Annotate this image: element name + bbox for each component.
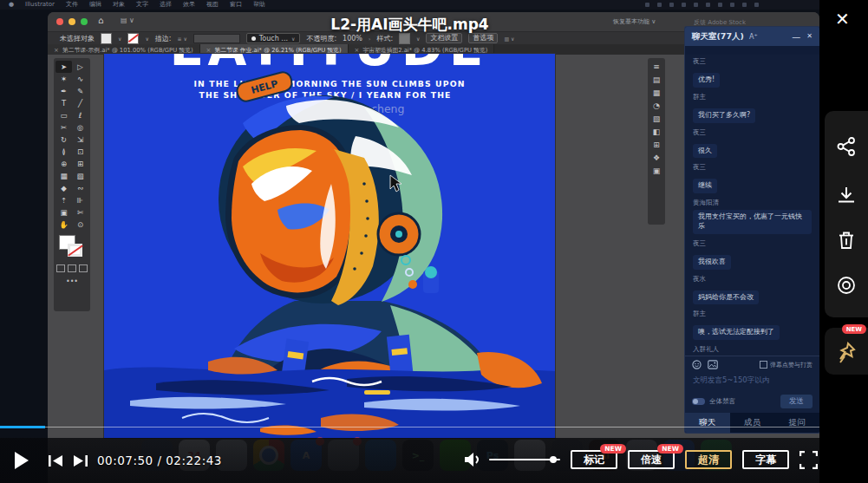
color-panel-icon[interactable]: ◔ — [653, 102, 660, 110]
free-transform-tool-icon[interactable]: ⊡ — [72, 146, 88, 158]
menu-item-9[interactable]: 窗口 — [230, 0, 242, 10]
artboards-panel-icon[interactable]: ▣ — [653, 167, 661, 175]
slice-tool-icon[interactable]: ✄ — [72, 206, 88, 219]
play-button[interactable] — [14, 451, 29, 470]
direct-selection-tool-icon[interactable]: ▷ — [72, 61, 88, 73]
selection-tool-icon[interactable]: ➤ — [55, 61, 72, 73]
pin-panel: NEW — [825, 328, 868, 375]
delete-icon[interactable] — [837, 231, 856, 250]
eyedropper-tool-icon[interactable]: ◆ — [55, 182, 72, 194]
lasso-tool-icon[interactable]: ∿ — [72, 73, 88, 85]
drawing-mode-buttons[interactable] — [54, 264, 90, 272]
stroke-weight-dropdown[interactable]: ≡ ∨ — [178, 36, 187, 42]
menu-item-1[interactable]: Illustrator — [25, 0, 55, 10]
graph-tool-icon[interactable]: ⊪ — [72, 194, 88, 206]
close-icon[interactable]: ✕ — [835, 10, 850, 28]
toolbar-more-icon[interactable]: ••• — [54, 277, 90, 285]
menu-item-8[interactable]: 视图 — [206, 0, 219, 10]
artwork-canvas[interactable]: LATITUDE IN THE LIGHT OF MORNING THE SUN… — [104, 54, 555, 438]
chat-message-6: 夜水妈妈给你是不会改 — [693, 275, 812, 305]
player-button-3[interactable]: 字幕 — [742, 450, 789, 469]
record-icon[interactable] — [837, 276, 856, 295]
share-icon[interactable] — [837, 137, 856, 156]
tab-close-icon[interactable]: × — [206, 47, 212, 54]
fill-stroke-swatches[interactable] — [54, 233, 90, 263]
chat-tab-2[interactable]: 提问 — [774, 413, 819, 433]
properties-panel-icon[interactable]: ≡ — [653, 63, 660, 71]
menu-item-2[interactable]: 文件 — [66, 0, 78, 10]
artwork-headline: LATITUDE — [170, 54, 490, 77]
gradient-panel-icon[interactable]: ▧ — [653, 115, 661, 123]
chat-bubble: 优秀! — [693, 73, 720, 88]
menu-item-5[interactable]: 文字 — [136, 0, 148, 10]
volume-icon[interactable] — [465, 452, 481, 467]
chat-message-5: 夜三我很欢喜 — [693, 239, 812, 270]
tab-close-icon[interactable]: × — [355, 47, 360, 54]
transparency-panel-icon[interactable]: ◧ — [653, 128, 661, 136]
stroke-label: 描边: — [155, 34, 172, 43]
chat-panel: 聊天室(77人) A⁺ —✕ 夜三优秀!群主我们买了多久啊?夜三很久夜三继续黄海… — [684, 26, 819, 434]
progress-bar[interactable] — [0, 426, 819, 428]
player-button-0[interactable]: 标记NEW — [571, 450, 617, 469]
tab-close-icon[interactable]: × — [54, 47, 59, 54]
paintbrush-tool-icon[interactable]: ℓ — [72, 109, 88, 121]
mute-all-toggle[interactable] — [692, 398, 705, 405]
menu-item-6[interactable]: 选择 — [160, 0, 172, 10]
width-tool-icon[interactable]: ≬ — [55, 146, 72, 158]
swatches-panel-icon[interactable]: ▦ — [653, 89, 661, 97]
shape-builder-tool-icon[interactable]: ⊕ — [55, 158, 72, 170]
checkbox-icon[interactable] — [760, 361, 767, 369]
progress-track[interactable] — [0, 427, 819, 428]
volume-slider[interactable] — [489, 459, 560, 460]
volume-knob[interactable] — [550, 456, 557, 463]
layers-panel-icon[interactable]: ▤ — [653, 76, 661, 84]
tab-label: 第二节课-示例.ai* @ 101.00% (RGB/GPU 预览) — [62, 46, 193, 55]
player-button-label: 标记 — [584, 453, 604, 467]
variable-width-box[interactable] — [193, 34, 240, 43]
hand-tool-icon[interactable]: ✋ — [55, 219, 72, 231]
line-segment-tool-icon[interactable]: ╱ — [72, 97, 88, 109]
menu-item-3[interactable]: 编辑 — [89, 0, 101, 10]
download-icon[interactable] — [837, 186, 856, 205]
send-button[interactable]: 发送 — [780, 395, 813, 408]
rectangle-tool-icon[interactable]: ▭ — [55, 109, 72, 121]
player-button-2[interactable]: 超清 — [685, 450, 732, 469]
chat-messages[interactable]: 夜三优秀!群主我们买了多久啊?夜三很久夜三继续黄海阳清我用支付宝买的，优惠了一元… — [685, 46, 819, 356]
rotate-tool-icon[interactable]: ↻ — [55, 134, 72, 146]
blend-tool-icon[interactable]: ∾ — [72, 182, 88, 194]
curvature-tool-icon[interactable]: ✎ — [72, 85, 88, 97]
shaper-tool-icon[interactable]: ◎ — [72, 121, 88, 134]
magic-wand-tool-icon[interactable]: ✶ — [55, 73, 72, 85]
arrange-icon[interactable]: ▥ ∨ — [504, 36, 514, 42]
menu-item-4[interactable]: 对象 — [113, 0, 125, 10]
scissors-tool-icon[interactable]: ✂ — [55, 121, 72, 134]
symbol-sprayer-tool-icon[interactable]: ⇡ — [55, 194, 72, 206]
stroke-color-swatch[interactable] — [68, 244, 82, 257]
type-tool-icon[interactable]: T — [55, 97, 72, 109]
mesh-tool-icon[interactable]: ▦ — [55, 170, 72, 182]
chat-input[interactable] — [685, 370, 819, 384]
chat-tab-1[interactable]: 成员 — [730, 413, 775, 433]
opacity-value[interactable]: 100% — [343, 35, 362, 42]
video-frame[interactable]: ●Illustrator文件编辑对象文字选择效果视图窗口帮助 ⌂ ▤ ∨ 恢复基… — [0, 0, 819, 483]
pen-tool-icon[interactable]: ✒ — [55, 85, 72, 97]
next-button[interactable] — [73, 455, 88, 467]
perspective-grid-tool-icon[interactable]: ⊞ — [72, 158, 88, 170]
image-icon[interactable] — [708, 360, 718, 369]
emoji-icon[interactable] — [692, 360, 702, 369]
transform-panel-icon[interactable]: ⊞ — [653, 141, 660, 149]
danmaku-checkbox[interactable]: 弹幕点赞与打赏 — [760, 361, 813, 369]
chat-tab-0[interactable]: 聊天 — [685, 413, 730, 433]
menu-item-0[interactable]: ● — [9, 0, 14, 10]
fullscreen-icon[interactable] — [799, 451, 818, 469]
player-button-1[interactable]: 倍速NEW — [628, 450, 675, 469]
previous-button[interactable] — [49, 455, 63, 467]
artboard-tool-icon[interactable]: ▣ — [55, 206, 72, 219]
menu-item-10[interactable]: 帮助 — [253, 0, 265, 10]
gradient-tool-icon[interactable]: ▧ — [72, 170, 88, 182]
symbols-panel-icon[interactable]: ❖ — [653, 154, 660, 162]
menu-item-7[interactable]: 效果 — [183, 0, 195, 10]
zoom-tool-icon[interactable]: ⊙ — [72, 219, 88, 231]
pin-icon[interactable] — [837, 342, 858, 364]
scale-tool-icon[interactable]: ⇲ — [72, 134, 88, 146]
